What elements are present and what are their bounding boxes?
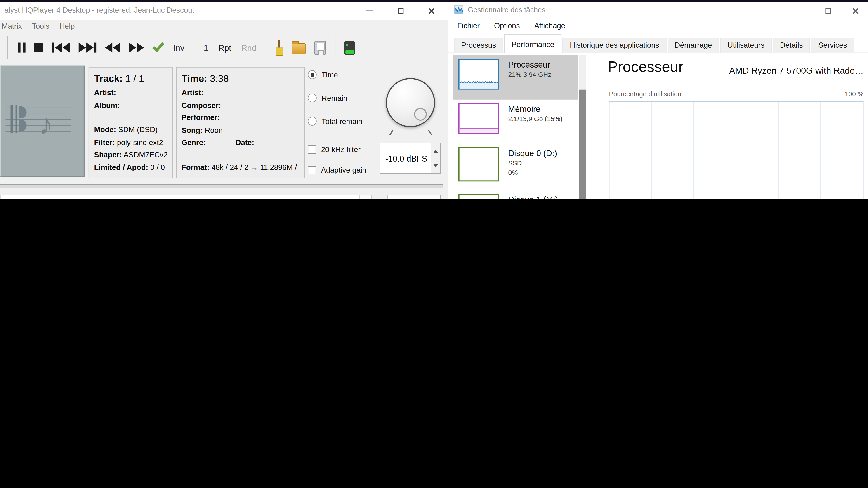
field-value: 48k / 24 / 2 → 11.2896M / [209, 163, 297, 171]
sidebar-item-processeur[interactable]: Processeur21% 3,94 GHz [453, 55, 578, 100]
radio-remain[interactable]: Remain [308, 94, 366, 102]
volume-spinner[interactable]: -10.0 dBFS [380, 143, 440, 174]
cpu-model-name: AMD Ryzen 7 5700G with Rade… [729, 66, 864, 76]
checkbox-20-khz-filter[interactable]: 20 kHz filter [308, 145, 366, 154]
memory-usage-strip [460, 128, 498, 133]
field-label: Album: [94, 101, 120, 109]
next-track-button[interactable] [74, 36, 101, 59]
previous-track-icon [52, 43, 54, 53]
tab-historique-des-applications[interactable]: Historique des applications [563, 38, 666, 53]
info-row: Artist: [182, 87, 300, 99]
field-value: SDM (DSD) [116, 126, 158, 134]
hqplayer-titlebar[interactable]: alyst HQPlayer 4 Desktop - registered: J… [0, 2, 448, 20]
sidebar-item-detail: SSD [508, 159, 557, 168]
field-value: ASDM7ECv2 [122, 151, 167, 159]
track-info-panel: Track: 1 / 1Artist:Album:Mode: SDM (DSD)… [89, 67, 173, 178]
checkbox-label: Adaptive gain [321, 166, 366, 174]
radio-icon [308, 94, 317, 102]
field-label: Time: [182, 73, 207, 84]
cpu-panel-title: Processeur [608, 59, 683, 76]
field-value: 3:38 [207, 73, 229, 84]
menu-item-options[interactable]: Options [494, 22, 520, 30]
combo-dropdown-button[interactable] [359, 195, 371, 199]
save-button[interactable] [310, 36, 331, 59]
sidebar-thumbnail-cpu [458, 59, 499, 90]
hqplayer-window: alyst HQPlayer 4 Desktop - registered: J… [0, 2, 448, 199]
tab-utilisateurs[interactable]: Utilisateurs [720, 38, 772, 53]
info-row: Shaper: ASDM7ECv2 [94, 149, 167, 161]
menu-item-affichage[interactable]: Affichage [534, 22, 565, 30]
radio-icon [308, 70, 317, 79]
knob-tick [389, 130, 393, 135]
field-label: Filter: [94, 138, 115, 147]
device-icon [344, 41, 355, 55]
tab-services[interactable]: Services [811, 38, 854, 53]
random-button[interactable]: Rnd [236, 43, 261, 53]
maximize-button[interactable] [815, 2, 840, 20]
invert-button[interactable]: Inv [168, 43, 189, 53]
checkbox-adaptive-gain[interactable]: Adaptive gain [308, 166, 366, 174]
scrollbar-thumb[interactable] [579, 90, 586, 199]
checkbox-icon [308, 145, 316, 154]
check-icon [152, 40, 164, 52]
close-icon [428, 7, 435, 14]
fast-forward-button[interactable] [125, 36, 148, 59]
tab-performance[interactable]: Performance [504, 34, 561, 53]
minimize-button[interactable] [784, 2, 809, 20]
field-label: Format: [182, 163, 209, 171]
task-manager-titlebar[interactable]: Gestionnaire des tâches [448, 2, 868, 18]
info-row: Album: [94, 99, 167, 112]
sidebar-item-m-moire[interactable]: Mémoire2,1/13,9 Go (15%) [453, 100, 578, 144]
repeat-button[interactable]: Rpt [213, 43, 236, 53]
pause-button[interactable] [13, 36, 30, 59]
tab-d-marrage[interactable]: Démarrage [668, 38, 719, 53]
radio-total-remain[interactable]: Total remain [308, 117, 366, 126]
close-button[interactable] [419, 2, 444, 20]
field-label: Limited / Apod: [94, 163, 148, 171]
volume-knob[interactable] [386, 78, 435, 127]
tab-d-tails[interactable]: Détails [773, 38, 810, 53]
maximize-button[interactable] [388, 2, 413, 20]
desktop: alyst HQPlayer 4 Desktop - registered: J… [0, 0, 868, 199]
clear-playlist-button[interactable] [271, 36, 287, 59]
output-device-button[interactable] [340, 36, 360, 59]
task-manager-icon [454, 5, 463, 14]
menu-item-tools[interactable]: Tools [27, 21, 54, 32]
menu-item-matrix[interactable]: Matrix [0, 21, 27, 32]
source-uri-combo[interactable]: nt source URI [0, 195, 372, 199]
radio-label: Total remain [322, 117, 362, 125]
browse-button[interactable]: Browse... [388, 195, 440, 199]
field-label: Artist: [182, 89, 204, 97]
info-row: Track: 1 / 1 [94, 70, 167, 87]
open-folder-button[interactable] [287, 36, 310, 59]
radio-time[interactable]: Time [308, 70, 366, 79]
field-label: Artist: [94, 89, 116, 97]
sidebar-item-disque-1-m[interactable]: Disque 1 (M:)SSD2% [453, 190, 578, 199]
volume-up-button[interactable] [431, 143, 440, 158]
radio-icon [308, 117, 317, 126]
sidebar-item-name: Disque 0 (D:) [508, 147, 557, 159]
stop-button[interactable] [30, 36, 48, 59]
previous-track-button[interactable] [48, 36, 74, 59]
seek-bar[interactable] [0, 184, 443, 188]
play-check-button[interactable] [148, 36, 168, 59]
sidebar-item-disque-0-d[interactable]: Disque 0 (D:)SSD0% [453, 144, 578, 191]
rewind-button[interactable] [101, 36, 125, 59]
field-label: Shaper: [94, 151, 122, 159]
maximize-icon [398, 8, 403, 13]
sidebar-item-name: Mémoire [508, 103, 562, 115]
info-row: Format: 48k / 24 / 2 → 11.2896M / [182, 161, 300, 174]
volume-down-button[interactable] [431, 158, 440, 173]
sidebar-scrollbar[interactable] [579, 55, 586, 199]
tab-processus[interactable]: Processus [454, 38, 503, 53]
radio-label: Remain [322, 94, 347, 102]
close-button[interactable] [843, 2, 868, 20]
maximize-icon [825, 8, 831, 13]
minimize-button[interactable] [356, 2, 381, 20]
info-row [182, 149, 300, 161]
count-button[interactable]: 1 [199, 43, 213, 53]
volume-value: -10.0 dBFS [380, 143, 431, 173]
menu-item-help[interactable]: Help [55, 21, 80, 32]
cpu-usage-graph[interactable] [609, 101, 864, 199]
menu-item-fichier[interactable]: Fichier [457, 22, 480, 30]
